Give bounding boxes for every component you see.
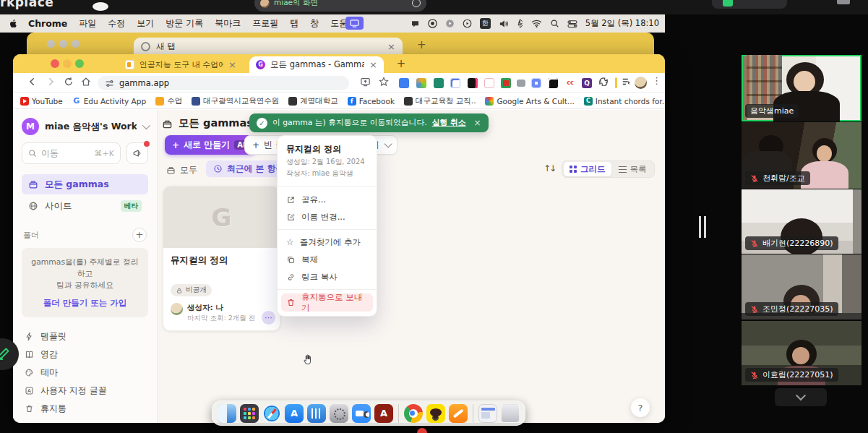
bookmark-edu-activity[interactable]: Edu Activity App: [72, 97, 146, 106]
window-zoom-icon[interactable]: [75, 59, 84, 68]
bookmark-star-icon[interactable]: [379, 77, 389, 87]
bookmark-youtube[interactable]: YouTube: [20, 97, 63, 106]
volume-icon[interactable]: [499, 20, 509, 28]
acrobat-icon[interactable]: [374, 404, 393, 423]
gamma-card[interactable]: 뮤지컬의 정의 비공개 생성자: 나 마지막 조회: 2개월 전: [163, 186, 280, 331]
screen-sharing-indicator-icon[interactable]: [345, 17, 364, 30]
system-settings-icon[interactable]: [330, 404, 348, 423]
sidebar-item-trash[interactable]: 휴지통: [22, 400, 148, 418]
home-icon[interactable]: [81, 77, 91, 87]
add-folder-button[interactable]: [132, 228, 147, 242]
menu-bar-clock[interactable]: 5월 2일 (목) 18:10: [585, 18, 661, 29]
address-bar[interactable]: gamma.app: [98, 76, 349, 90]
extension-d-icon[interactable]: [468, 78, 478, 88]
books-icon[interactable]: [307, 404, 326, 423]
extension-q-icon[interactable]: [582, 78, 592, 88]
menu-tab[interactable]: 탭: [290, 17, 298, 30]
close-tab-icon[interactable]: [369, 60, 377, 69]
forward-icon[interactable]: [46, 77, 56, 87]
bookmark-facebook[interactable]: Facebook: [348, 97, 395, 106]
close-tab-icon[interactable]: [228, 60, 236, 69]
participant-video[interactable]: 이효림(22227051): [742, 321, 861, 385]
window-close-icon[interactable]: [47, 40, 55, 48]
site-settings-icon[interactable]: [105, 79, 114, 88]
extension-pixel-icon[interactable]: [434, 78, 444, 88]
apple-icon[interactable]: [9, 18, 18, 29]
more-participants-button[interactable]: [775, 388, 827, 406]
menu-item-send-to-trash[interactable]: 휴지통으로 보내기: [281, 293, 373, 312]
extension-camera-icon[interactable]: [517, 80, 525, 87]
menu-history[interactable]: 방문 기록: [166, 17, 203, 30]
window-close-icon[interactable]: [51, 59, 59, 68]
tab-gamma[interactable]: 모든 gammas - Gamma: [249, 56, 384, 73]
kakaotalk-icon[interactable]: [426, 404, 445, 423]
menu-file[interactable]: 파일: [79, 17, 96, 30]
create-folder-link[interactable]: 폴더 만들기 또는 가입: [27, 298, 142, 309]
bookmark-class[interactable]: 수업: [155, 96, 182, 106]
bookmark-daegu-office[interactable]: 대구교육청 교직..: [404, 96, 476, 106]
create-new-button[interactable]: 새로 만들기 AI: [165, 135, 256, 155]
sidebar-item-all-gammas[interactable]: 모든 gammas: [22, 174, 148, 194]
notes-app-icon[interactable]: [449, 404, 468, 423]
sidebar-item-custom-fonts[interactable]: 사용자 지정 글꼴: [22, 382, 148, 400]
sidebar-item-templates[interactable]: 템플릿: [22, 327, 148, 346]
menu-bookmarks[interactable]: 북마크: [215, 17, 241, 30]
bookmark-daegu-edu[interactable]: 대구광역시교육연수원: [192, 96, 279, 106]
window-minimize-icon[interactable]: [59, 40, 67, 48]
menu-view[interactable]: 보기: [137, 17, 154, 30]
spotlight-search-icon[interactable]: [550, 19, 559, 28]
grid-view-button[interactable]: 그리드: [564, 162, 611, 176]
extension-arrow-icon[interactable]: [484, 78, 494, 88]
sidebar-item-sites[interactable]: 사이트 베타: [22, 196, 148, 216]
extension-tabgrid-icon[interactable]: [450, 78, 460, 88]
window-minimize-icon[interactable]: [63, 59, 72, 68]
menu-item-share[interactable]: 공유...: [278, 191, 377, 208]
control-center-icon[interactable]: [567, 20, 577, 28]
extension-cc-icon[interactable]: [565, 78, 575, 88]
extension-colorful-icon[interactable]: [416, 78, 426, 88]
menu-profiles[interactable]: 프로필: [252, 17, 278, 30]
play-circle-dark-icon[interactable]: [463, 19, 472, 28]
help-button[interactable]: [631, 398, 650, 417]
filter-all[interactable]: 모두: [166, 164, 197, 176]
workspace-switcher[interactable]: M miae 음악샘's Work...: [22, 118, 148, 135]
list-view-button[interactable]: 목록: [613, 162, 653, 176]
participant-video[interactable]: 배기현(22226890): [742, 189, 861, 254]
zoom-app-icon[interactable]: [352, 404, 371, 423]
search-input[interactable]: 이동 ⌘+K: [22, 142, 121, 164]
participant-video[interactable]: 음악샘miae: [742, 55, 861, 121]
send-to-device-icon[interactable]: [360, 77, 371, 87]
undo-link[interactable]: 실행 취소: [432, 118, 466, 128]
background-tab[interactable]: 새 탭: [134, 38, 403, 56]
background-browser-window[interactable]: 새 탭: [27, 33, 654, 56]
input-source-icon[interactable]: 한: [480, 18, 491, 29]
bookmark-keimyung[interactable]: 계명대학교: [288, 96, 338, 106]
new-tab-icon[interactable]: [417, 38, 426, 51]
bookmark-google-arts[interactable]: Google Arts & Cult...: [485, 97, 574, 106]
browser-menu-icon[interactable]: [652, 75, 661, 86]
participant-video[interactable]: 천휘람/조교: [742, 122, 861, 189]
chrome-icon[interactable]: [404, 404, 423, 423]
profile-avatar[interactable]: [635, 77, 647, 89]
extension-snowflake-icon[interactable]: [531, 78, 541, 88]
safari-icon[interactable]: [262, 404, 281, 423]
wifi-icon[interactable]: [531, 20, 542, 27]
new-tab-icon[interactable]: [394, 57, 408, 70]
app-store-icon[interactable]: [285, 404, 304, 423]
reading-list-icon[interactable]: [622, 77, 632, 87]
close-toast-icon[interactable]: [474, 118, 481, 128]
window-zoom-icon[interactable]: [72, 40, 80, 48]
trash-icon[interactable]: [501, 404, 520, 423]
menu-edit[interactable]: 수정: [108, 17, 125, 30]
menu-window[interactable]: 창: [310, 17, 319, 30]
menu-item-duplicate[interactable]: 복제: [278, 251, 377, 268]
bluetooth-icon[interactable]: [517, 19, 523, 28]
menu-item-rename[interactable]: 이름 변경...: [278, 208, 377, 226]
minimized-window-icon[interactable]: [478, 404, 497, 423]
finder-icon[interactable]: [218, 404, 236, 423]
notification-bubble-icon[interactable]: [411, 20, 420, 28]
adobe-cc-icon[interactable]: [428, 19, 437, 28]
screen-share-pill[interactable]: miae의 화면: [254, 0, 426, 12]
launchpad-icon[interactable]: [240, 404, 259, 423]
extensions-puzzle-icon[interactable]: [598, 77, 609, 87]
